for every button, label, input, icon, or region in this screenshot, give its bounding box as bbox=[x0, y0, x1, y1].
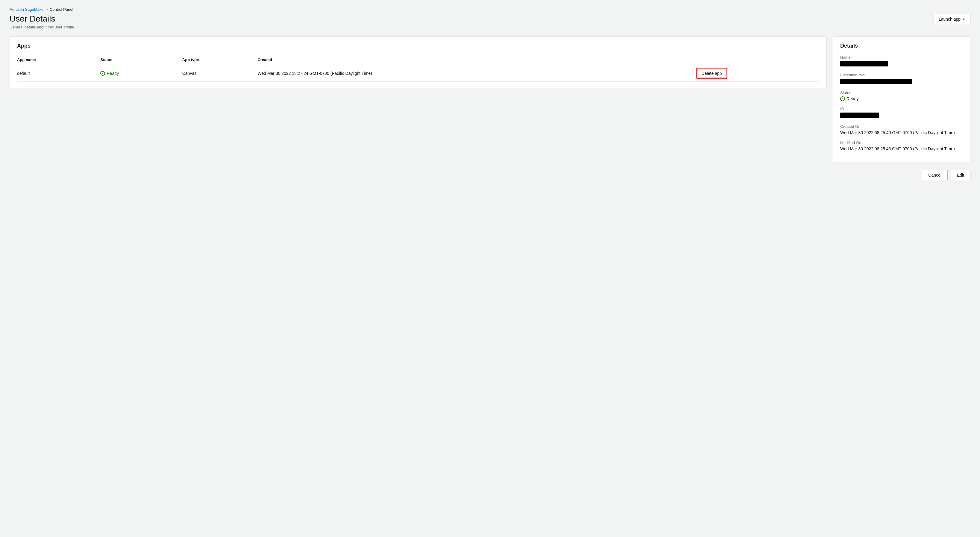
detail-created-on-value: Wed Mar 30 2022 08:25:40 GMT-0700 (Pacif… bbox=[840, 130, 963, 135]
breadcrumb-link-sagemaker[interactable]: Amazon SageMaker bbox=[10, 7, 45, 12]
status-ready-label: Ready bbox=[107, 71, 119, 76]
status-cell: Ready bbox=[100, 65, 182, 82]
detail-execution-role-value bbox=[840, 79, 963, 85]
col-header-status: Status bbox=[100, 55, 182, 65]
detail-modified-on-label: Modified On bbox=[840, 140, 963, 145]
detail-name-label: Name bbox=[840, 55, 963, 60]
redacted-role bbox=[840, 79, 912, 84]
actions-cell: Delete app bbox=[697, 65, 819, 82]
check-circle-icon bbox=[100, 71, 105, 76]
status-ready-text-details: Ready bbox=[846, 96, 859, 101]
apps-panel-title: Apps bbox=[17, 43, 819, 49]
detail-execution-role: Execution role bbox=[840, 73, 963, 85]
page-title: User Details bbox=[10, 14, 75, 24]
delete-app-button[interactable]: Delete app bbox=[697, 69, 727, 78]
status-ready: Ready bbox=[100, 71, 178, 76]
detail-id-value bbox=[840, 113, 963, 119]
breadcrumb-current: Control Panel bbox=[50, 7, 73, 12]
bottom-actions: Cancel Edit bbox=[10, 170, 970, 180]
launch-app-label: Launch app bbox=[939, 17, 961, 22]
detail-modified-on-value: Wed Mar 30 2022 08:25:43 GMT-0700 (Pacif… bbox=[840, 146, 963, 151]
page-header: User Details General details about this … bbox=[10, 14, 970, 29]
table-header-row: App name Status App type Created bbox=[17, 55, 819, 65]
col-header-app-type: App type bbox=[182, 55, 258, 65]
app-name-cell: default bbox=[17, 65, 100, 82]
details-panel: Details Name Execution role Status Ready… bbox=[833, 37, 970, 163]
breadcrumb-separator: › bbox=[47, 8, 48, 12]
detail-created-on-label: Created On bbox=[840, 124, 963, 129]
detail-status: Status Ready bbox=[840, 91, 963, 101]
detail-id-label: ID bbox=[840, 106, 963, 111]
page-title-group: User Details General details about this … bbox=[10, 14, 75, 29]
breadcrumb: Amazon SageMaker › Control Panel bbox=[10, 7, 970, 12]
detail-status-label: Status bbox=[840, 91, 963, 95]
detail-id: ID bbox=[840, 106, 963, 119]
page-subtitle: General details about this user profile. bbox=[10, 25, 75, 29]
detail-name-value bbox=[840, 61, 963, 67]
detail-created-on: Created On Wed Mar 30 2022 08:25:40 GMT-… bbox=[840, 124, 963, 135]
table-row: default Ready Canvas Wed Mar 30 2022 18:… bbox=[17, 65, 819, 82]
main-content: Apps App name Status App type Created de… bbox=[10, 37, 970, 163]
detail-name: Name bbox=[840, 55, 963, 67]
apps-table: App name Status App type Created default… bbox=[17, 55, 819, 82]
detail-execution-role-label: Execution role bbox=[840, 73, 963, 77]
app-type-cell: Canvas bbox=[182, 65, 258, 82]
created-cell: Wed Mar 30 2022 18:27:24 GMT-0700 (Pacif… bbox=[258, 65, 697, 82]
chevron-down-icon: ▼ bbox=[963, 17, 965, 21]
col-header-created: Created bbox=[258, 55, 697, 65]
col-header-actions bbox=[697, 55, 819, 65]
check-circle-icon-details bbox=[840, 96, 845, 101]
apps-panel: Apps App name Status App type Created de… bbox=[10, 37, 827, 88]
redacted-name bbox=[840, 61, 888, 67]
redacted-id bbox=[840, 113, 879, 118]
col-header-app-name: App name bbox=[17, 55, 100, 65]
detail-status-value: Ready bbox=[840, 96, 963, 101]
edit-button[interactable]: Edit bbox=[951, 170, 970, 180]
cancel-button[interactable]: Cancel bbox=[922, 170, 948, 180]
details-title: Details bbox=[840, 43, 963, 49]
detail-modified-on: Modified On Wed Mar 30 2022 08:25:43 GMT… bbox=[840, 140, 963, 151]
launch-app-button[interactable]: Launch app ▼ bbox=[934, 14, 970, 24]
